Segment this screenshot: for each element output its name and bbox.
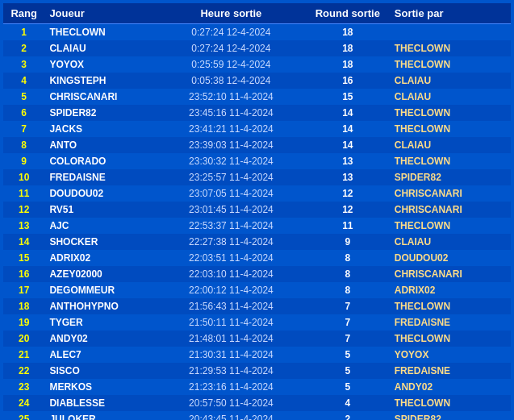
cell-round: 14 [306, 105, 390, 121]
cell-joueur: ANTO [44, 137, 157, 153]
cell-heure: 0:27:24 12-4-2024 [157, 24, 306, 41]
cell-rang: 24 [3, 395, 44, 411]
cell-joueur: CLAIAU [44, 40, 157, 56]
cell-round: 18 [306, 56, 390, 73]
cell-rang: 20 [3, 331, 44, 347]
cell-sortie-par: THECLOWN [390, 298, 511, 314]
cell-heure: 21:50:11 11-4-2024 [157, 314, 306, 331]
leaderboard-container: Rang Joueur Heure sortie Round sortie So… [0, 0, 514, 420]
cell-heure: 0:05:38 12-4-2024 [157, 73, 306, 89]
table-row: 19TYGER21:50:11 11-4-20247FREDAISNE [3, 314, 511, 331]
cell-heure: 20:57:50 11-4-2024 [157, 395, 306, 411]
cell-round: 5 [306, 379, 390, 395]
cell-heure: 21:48:01 11-4-2024 [157, 331, 306, 347]
cell-joueur: KINGSTEPH [44, 73, 157, 89]
table-row: 22SISCO21:29:53 11-4-20245FREDAISNE [3, 363, 511, 379]
cell-joueur: DEGOMMEUR [44, 282, 157, 298]
cell-heure: 22:03:10 11-4-2024 [157, 266, 306, 282]
cell-heure: 20:43:45 11-4-2024 [157, 411, 306, 420]
cell-round: 4 [306, 395, 390, 411]
cell-rang: 6 [3, 105, 44, 121]
cell-heure: 22:00:12 11-4-2024 [157, 282, 306, 298]
table-row: 8ANTO23:39:03 11-4-202414CLAIAU [3, 137, 511, 153]
cell-joueur: YOYOX [44, 56, 157, 73]
cell-joueur: CHRISCANARI [44, 89, 157, 105]
cell-joueur: JULOKER [44, 411, 157, 420]
table-row: 23MERKOS21:23:16 11-4-20245ANDY02 [3, 379, 511, 395]
table-row: 25JULOKER20:43:45 11-4-20242SPIDER82 [3, 411, 511, 420]
cell-sortie-par: THECLOWN [390, 331, 511, 347]
cell-round: 7 [306, 298, 390, 314]
cell-joueur: SPIDER82 [44, 105, 157, 121]
cell-heure: 21:30:31 11-4-2024 [157, 347, 306, 363]
cell-round: 2 [306, 411, 390, 420]
cell-heure: 22:53:37 11-4-2024 [157, 218, 306, 234]
table-row: 12RV5123:01:45 11-4-202412CHRISCANARI [3, 202, 511, 218]
table-row: 7JACKS23:41:21 11-4-202414THECLOWN [3, 121, 511, 137]
cell-rang: 22 [3, 363, 44, 379]
table-row: 5CHRISCANARI23:52:10 11-4-202415CLAIAU [3, 89, 511, 105]
cell-joueur: ANTHOHYPNO [44, 298, 157, 314]
cell-rang: 23 [3, 379, 44, 395]
cell-rang: 17 [3, 282, 44, 298]
cell-heure: 0:25:59 12-4-2024 [157, 56, 306, 73]
cell-round: 7 [306, 331, 390, 347]
cell-joueur: FREDAISNE [44, 169, 157, 185]
cell-heure: 23:45:16 11-4-2024 [157, 105, 306, 121]
table-row: 6SPIDER8223:45:16 11-4-202414THECLOWN [3, 105, 511, 121]
cell-round: 8 [306, 282, 390, 298]
cell-heure: 21:29:53 11-4-2024 [157, 363, 306, 379]
cell-rang: 15 [3, 250, 44, 266]
cell-round: 18 [306, 24, 390, 41]
table-row: 16AZEY0200022:03:10 11-4-20248CHRISCANAR… [3, 266, 511, 282]
cell-heure: 22:03:51 11-4-2024 [157, 250, 306, 266]
cell-round: 13 [306, 153, 390, 169]
cell-sortie-par: CLAIAU [390, 73, 511, 89]
cell-sortie-par: ANDY02 [390, 379, 511, 395]
cell-sortie-par: YOYOX [390, 347, 511, 363]
leaderboard-table: Rang Joueur Heure sortie Round sortie So… [3, 3, 511, 420]
cell-round: 14 [306, 121, 390, 137]
cell-round: 16 [306, 73, 390, 89]
cell-heure: 21:56:43 11-4-2024 [157, 298, 306, 314]
cell-sortie-par: CHRISCANARI [390, 185, 511, 202]
cell-round: 5 [306, 347, 390, 363]
cell-heure: 23:25:57 11-4-2024 [157, 169, 306, 185]
cell-sortie-par: CHRISCANARI [390, 202, 511, 218]
table-row: 2CLAIAU0:27:24 12-4-202418THECLOWN [3, 40, 511, 56]
cell-rang: 13 [3, 218, 44, 234]
cell-sortie-par: THECLOWN [390, 153, 511, 169]
cell-heure: 23:52:10 11-4-2024 [157, 89, 306, 105]
cell-sortie-par: ADRIX02 [390, 282, 511, 298]
cell-joueur: SISCO [44, 363, 157, 379]
cell-joueur: COLORADO [44, 153, 157, 169]
cell-round: 5 [306, 363, 390, 379]
cell-joueur: RV51 [44, 202, 157, 218]
cell-rang: 25 [3, 411, 44, 420]
cell-heure: 21:23:16 11-4-2024 [157, 379, 306, 395]
header-joueur: Joueur [44, 3, 157, 24]
cell-round: 12 [306, 202, 390, 218]
table-row: 24DIABLESSE20:57:50 11-4-20244THECLOWN [3, 395, 511, 411]
cell-heure: 22:27:38 11-4-2024 [157, 234, 306, 250]
header-heure: Heure sortie [157, 3, 306, 24]
cell-sortie-par [390, 24, 511, 41]
cell-round: 15 [306, 89, 390, 105]
cell-rang: 18 [3, 298, 44, 314]
cell-sortie-par: FREDAISNE [390, 314, 511, 331]
cell-sortie-par: THECLOWN [390, 105, 511, 121]
cell-sortie-par: CLAIAU [390, 89, 511, 105]
cell-heure: 23:01:45 11-4-2024 [157, 202, 306, 218]
cell-sortie-par: CLAIAU [390, 137, 511, 153]
cell-heure: 23:07:05 11-4-2024 [157, 185, 306, 202]
cell-heure: 23:30:32 11-4-2024 [157, 153, 306, 169]
cell-joueur: AZEY02000 [44, 266, 157, 282]
cell-rang: 7 [3, 121, 44, 137]
cell-rang: 12 [3, 202, 44, 218]
table-row: 21ALEC721:30:31 11-4-20245YOYOX [3, 347, 511, 363]
cell-rang: 3 [3, 56, 44, 73]
table-row: 15ADRIX0222:03:51 11-4-20248DOUDOU02 [3, 250, 511, 266]
cell-joueur: AJC [44, 218, 157, 234]
cell-sortie-par: FREDAISNE [390, 363, 511, 379]
cell-round: 8 [306, 266, 390, 282]
